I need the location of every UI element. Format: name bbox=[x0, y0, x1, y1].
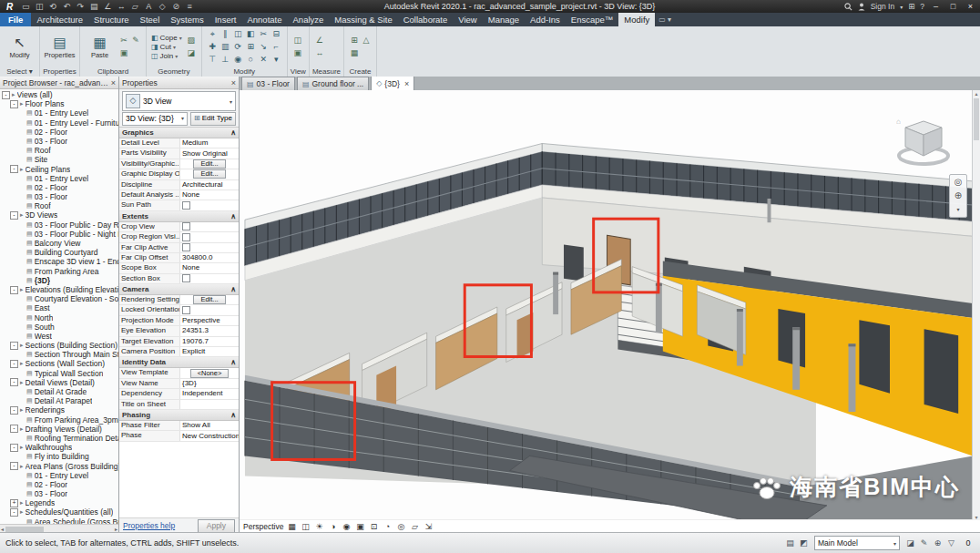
instance-caret-icon[interactable]: ▾ bbox=[181, 113, 184, 125]
model-canvas[interactable] bbox=[240, 90, 973, 520]
edit-type-button[interactable]: ⊞ Edit Type bbox=[190, 112, 236, 126]
property-value-phase-filter[interactable]: Show All bbox=[180, 421, 239, 430]
property-group-camera[interactable]: Camera∧ bbox=[119, 284, 239, 295]
browser-item-roofing-termination-detail[interactable]: ▤Roofing Termination Detail bbox=[0, 434, 118, 443]
mirror-draw-axis-button[interactable]: ◧ bbox=[245, 28, 257, 40]
worksets-icon[interactable]: ▤ bbox=[784, 538, 796, 548]
property-value-visibility-graphic[interactable]: Edit... bbox=[180, 159, 239, 169]
scrollbar-thumb[interactable] bbox=[5, 527, 44, 532]
browser-item-sections-building-section[interactable]: -▸Sections (Building Section) bbox=[0, 341, 118, 350]
shadows-icon[interactable]: ◑ bbox=[327, 522, 338, 531]
align-button[interactable]: ⌖ bbox=[207, 28, 219, 40]
ribbon-tab-structure[interactable]: Structure bbox=[88, 13, 135, 26]
default-3d-view-icon[interactable]: ◇ bbox=[157, 1, 168, 13]
browser-item-roof[interactable]: ▤Roof bbox=[0, 146, 118, 155]
edit-button[interactable]: Edit... bbox=[193, 169, 225, 179]
browser-item-elevations-building-elevation[interactable]: -▸Elevations (Building Elevation bbox=[0, 285, 118, 294]
crop-view-icon[interactable]: ▣ bbox=[354, 522, 365, 531]
property-value-detail-level[interactable]: Medium bbox=[180, 138, 239, 148]
viewport-vertical-scrollbar[interactable]: ▴ ▾ bbox=[972, 90, 980, 520]
expand-toggle-icon[interactable]: - bbox=[10, 360, 18, 368]
paint-button[interactable]: ▨ bbox=[186, 35, 197, 46]
ribbon-tab-systems[interactable]: Systems bbox=[165, 13, 209, 26]
property-value-eye-elevation[interactable]: 24351.3 bbox=[180, 326, 239, 335]
cut-to-clipboard-button[interactable]: ✂ bbox=[118, 35, 129, 46]
expand-toggle-icon[interactable]: - bbox=[2, 91, 10, 99]
ribbon-tab-enscape[interactable]: Enscape™ bbox=[566, 13, 618, 26]
property-value-sun-path[interactable] bbox=[180, 200, 239, 210]
expand-toggle-icon[interactable]: - bbox=[10, 406, 18, 415]
ribbon-tab-steel[interactable]: Steel bbox=[135, 13, 166, 26]
redo-icon[interactable]: ↷ bbox=[75, 1, 86, 13]
checkbox[interactable] bbox=[182, 306, 190, 314]
search-icon[interactable] bbox=[844, 3, 852, 11]
browser-item-detail-at-grade[interactable]: ▤Detail At Grade bbox=[0, 387, 118, 396]
scale-button[interactable]: ↘ bbox=[258, 41, 270, 53]
browser-item-south[interactable]: ▤South bbox=[0, 323, 118, 332]
browser-item-schedules-quantities-all[interactable]: -▸Schedules/Quantities (all) bbox=[0, 507, 118, 517]
panel-label-properties[interactable]: Properties bbox=[40, 67, 79, 77]
browser-item-03-floor-public-day-rend[interactable]: ▤03 - Floor Public - Day Rend bbox=[0, 220, 118, 230]
ribbon-tab-file[interactable]: File bbox=[0, 13, 31, 26]
browser-item-03-floor[interactable]: ▤03 - Floor bbox=[0, 192, 118, 201]
offset-button[interactable]: ∥ bbox=[219, 28, 231, 40]
property-value-camera-position[interactable]: Explicit bbox=[180, 347, 239, 356]
browser-item-03-floor-public-night-re[interactable]: ▤03 - Floor Public - Night Re bbox=[0, 230, 118, 239]
property-value-target-elevation[interactable]: 19076.7 bbox=[180, 337, 239, 346]
combo-caret-icon[interactable]: ▾ bbox=[893, 540, 896, 547]
scroll-down-icon[interactable]: ▾ bbox=[975, 514, 977, 520]
copy-button[interactable]: ▥ bbox=[219, 41, 231, 53]
property-value-scope-box[interactable]: None bbox=[180, 263, 239, 272]
sign-in-caret-icon[interactable]: ▾ bbox=[900, 4, 903, 10]
property-group-graphics[interactable]: Graphics∧ bbox=[119, 128, 239, 138]
browser-item-east[interactable]: ▤East bbox=[0, 303, 118, 312]
thin-lines-icon[interactable]: ≡ bbox=[184, 1, 195, 13]
join-geometry-button[interactable]: ◫Join▾ bbox=[151, 52, 182, 60]
view-tool-a-button[interactable]: ◫ bbox=[292, 35, 303, 46]
ribbon-tab-annotate[interactable]: Annotate bbox=[241, 13, 287, 26]
modify-tool-button[interactable]: ↖Modify bbox=[5, 35, 35, 59]
minimize-button[interactable]: – bbox=[930, 2, 942, 11]
collapse-group-icon[interactable]: ∧ bbox=[230, 357, 236, 367]
property-value-dependency[interactable]: Independent bbox=[180, 389, 239, 398]
checkbox[interactable] bbox=[182, 243, 190, 251]
browser-item-drafting-views-detail[interactable]: -▸Drafting Views (Detail) bbox=[0, 425, 118, 434]
temporary-hide-isolate-icon[interactable]: ◔ bbox=[382, 522, 393, 531]
property-value-far-clip-active[interactable] bbox=[180, 243, 239, 252]
expand-toggle-icon[interactable]: + bbox=[10, 499, 18, 507]
collapse-group-icon[interactable]: ∧ bbox=[230, 410, 236, 420]
property-value-locked-orientation[interactable] bbox=[180, 305, 239, 314]
close-view-icon[interactable]: × bbox=[404, 79, 409, 88]
dimension-button[interactable]: ↔ bbox=[314, 47, 325, 58]
collapse-group-icon[interactable]: ∧ bbox=[230, 128, 236, 138]
edit-button[interactable]: Edit... bbox=[193, 295, 225, 304]
undo-icon[interactable]: ↶ bbox=[61, 1, 72, 13]
rotate-button[interactable]: ⟳ bbox=[232, 41, 244, 53]
browser-item-views-all[interactable]: -▸Views (all) bbox=[0, 90, 118, 99]
property-value-view-name[interactable]: {3D} bbox=[180, 379, 239, 388]
checkbox[interactable] bbox=[182, 233, 190, 241]
visual-style-icon[interactable]: ◫ bbox=[300, 522, 311, 531]
expand-toggle-icon[interactable]: - bbox=[10, 462, 18, 470]
collapse-group-icon[interactable]: ∧ bbox=[230, 284, 236, 294]
collapse-group-icon[interactable]: ∧ bbox=[230, 211, 236, 221]
browser-item-from-parking-area[interactable]: ▤From Parking Area bbox=[0, 267, 118, 276]
text-icon[interactable]: A bbox=[143, 1, 154, 13]
trim-extend-corner-button[interactable]: ⌐ bbox=[271, 41, 282, 53]
browser-item-3d-views[interactable]: -▸3D Views bbox=[0, 210, 118, 220]
browser-item-03-floor[interactable]: ▤03 - Floor bbox=[0, 137, 118, 146]
temporary-view-properties-icon[interactable]: ▱ bbox=[409, 522, 420, 531]
ribbon-tab-add-ins[interactable]: Add-Ins bbox=[525, 13, 566, 26]
expand-toggle-icon[interactable]: - bbox=[10, 100, 18, 108]
panel-label-select[interactable]: Select ▾ bbox=[0, 67, 39, 77]
full-navigation-wheel-icon[interactable]: ◎ bbox=[954, 177, 963, 188]
delete-button[interactable]: ✕ bbox=[258, 54, 270, 66]
measure-icon[interactable]: ∠ bbox=[102, 1, 113, 13]
type-selector-caret-icon[interactable]: ▾ bbox=[230, 98, 232, 105]
property-group-phasing[interactable]: Phasing∧ bbox=[119, 410, 239, 421]
browser-item-03-floor[interactable]: ▤03 - Floor bbox=[0, 489, 118, 498]
checkbox[interactable] bbox=[182, 222, 190, 230]
expand-toggle-icon[interactable]: - bbox=[10, 211, 18, 220]
pin-button[interactable]: ◉ bbox=[232, 54, 244, 66]
browser-item-west[interactable]: ▤West bbox=[0, 332, 118, 341]
